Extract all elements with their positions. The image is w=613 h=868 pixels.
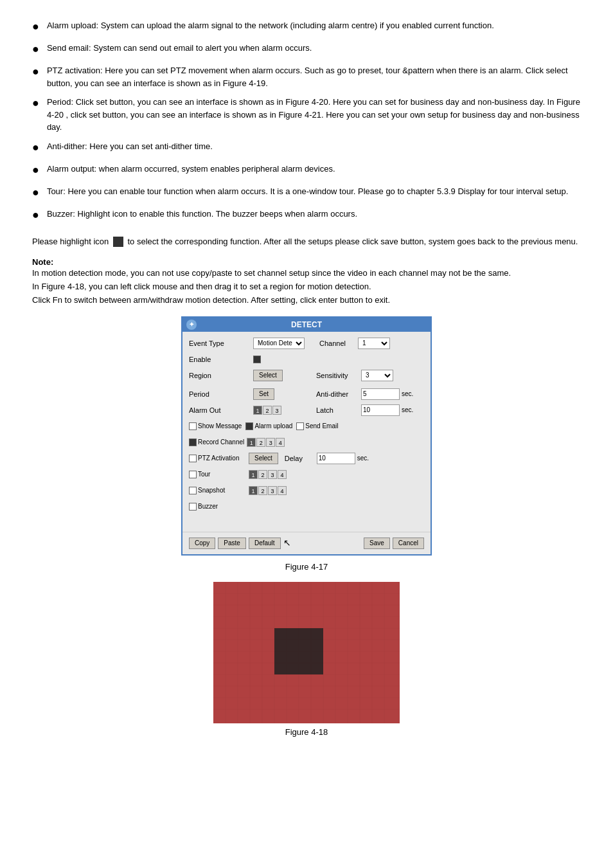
alarm-out-num-2[interactable]: 2 bbox=[263, 406, 272, 415]
sensitivity-select[interactable]: 3 bbox=[361, 370, 393, 381]
record-num-1[interactable]: 1 bbox=[247, 438, 256, 447]
region-select-button[interactable]: Select bbox=[253, 370, 283, 381]
event-type-label: Event Type bbox=[189, 339, 253, 347]
buzzer-row: Buzzer bbox=[189, 500, 424, 513]
list-item-buzzer: ● Buzzer: Highlight icon to enable this … bbox=[32, 208, 581, 224]
enable-label: Enable bbox=[189, 356, 253, 363]
record-num-4[interactable]: 4 bbox=[276, 438, 285, 447]
alarm-output-text: Alarm output: when alarm occurred, syste… bbox=[47, 163, 335, 176]
save-button[interactable]: Save bbox=[364, 538, 390, 549]
channel-label: Channel bbox=[319, 339, 358, 347]
ptz-select-button[interactable]: Select bbox=[249, 453, 278, 464]
bullet-dot: ● bbox=[32, 95, 39, 112]
default-button[interactable]: Default bbox=[249, 538, 281, 549]
anti-dither-input[interactable] bbox=[361, 388, 400, 400]
record-num-2[interactable]: 2 bbox=[256, 438, 265, 447]
anti-dither-unit: sec. bbox=[402, 390, 413, 397]
event-type-select[interactable]: Motion Detect bbox=[253, 338, 305, 349]
cursor-icon[interactable]: ↖ bbox=[283, 538, 291, 549]
delay-control: sec. bbox=[317, 453, 424, 464]
period-text: Period: Click set button, you can see an… bbox=[47, 96, 581, 134]
paste-button[interactable]: Paste bbox=[218, 538, 246, 549]
list-item-tour: ● Tour: Here you can enable tour functio… bbox=[32, 185, 581, 201]
svg-rect-25 bbox=[274, 628, 323, 674]
alarm-out-label: Alarm Out bbox=[189, 406, 253, 414]
snapshot-checkbox[interactable] bbox=[189, 487, 197, 494]
ptz-label: PTZ Activation bbox=[198, 455, 246, 462]
snapshot-num-1[interactable]: 1 bbox=[249, 486, 258, 495]
bullet-dot: ● bbox=[32, 63, 39, 80]
snapshot-num-3[interactable]: 3 bbox=[268, 486, 277, 495]
bullet-list: ● Alarm upload: System can upload the al… bbox=[32, 19, 581, 224]
latch-control: sec. bbox=[361, 404, 424, 416]
tour-num-2[interactable]: 2 bbox=[258, 470, 267, 479]
detect-titlebar: ✦ DETECT bbox=[182, 318, 431, 332]
enable-checkbox[interactable] bbox=[253, 356, 261, 363]
region-label: Region bbox=[189, 372, 253, 379]
latch-label: Latch bbox=[316, 406, 361, 414]
motion-grid-container bbox=[32, 582, 581, 723]
snapshot-row: Snapshot 1 2 3 4 bbox=[189, 484, 424, 497]
ptz-checkbox[interactable] bbox=[189, 455, 197, 462]
footer-right-buttons: Save Cancel bbox=[364, 538, 424, 549]
list-item-anti-dither: ● Anti-dither: Here you can set anti-dit… bbox=[32, 140, 581, 156]
send-email-label: Send Email bbox=[305, 422, 338, 429]
show-message-checkbox[interactable] bbox=[189, 422, 197, 430]
alarm-out-num-1[interactable]: 1 bbox=[253, 406, 262, 415]
latch-input[interactable] bbox=[361, 404, 400, 416]
copy-button[interactable]: Copy bbox=[189, 538, 215, 549]
record-channel-label: Record Channel bbox=[198, 439, 244, 446]
snapshot-label: Snapshot bbox=[198, 487, 246, 494]
event-type-row: Event Type Motion Detect Channel 1 bbox=[189, 337, 424, 350]
highlight-paragraph: Please highlight icon to select the corr… bbox=[32, 235, 581, 249]
period-set-button[interactable]: Set bbox=[253, 388, 274, 400]
bullet-dot: ● bbox=[32, 161, 39, 179]
sensitivity-control[interactable]: 3 bbox=[361, 370, 424, 381]
record-channel-checkbox[interactable] bbox=[189, 439, 197, 446]
detect-body: Event Type Motion Detect Channel 1 Enabl… bbox=[182, 332, 431, 528]
tour-text: Tour: Here you can enable tour function … bbox=[47, 185, 569, 198]
period-control[interactable]: Set bbox=[253, 388, 316, 400]
tour-num-4[interactable]: 4 bbox=[278, 470, 287, 479]
send-email-checkbox[interactable] bbox=[296, 422, 304, 430]
bullet-dot: ● bbox=[32, 18, 39, 35]
note-label: Note: bbox=[32, 257, 581, 267]
channel-control[interactable]: 1 bbox=[358, 338, 424, 349]
tour-label: Tour bbox=[198, 471, 246, 478]
record-num-3[interactable]: 3 bbox=[266, 438, 275, 447]
note-line-3: Click Fn to switch between arm/withdraw … bbox=[32, 294, 581, 307]
snapshot-num-4[interactable]: 4 bbox=[278, 486, 287, 495]
note-line-1: In motion detection mode, you can not us… bbox=[32, 267, 581, 280]
tour-num-1[interactable]: 1 bbox=[249, 470, 258, 479]
show-message-row: Show Message Alarm upload Send Email bbox=[189, 420, 424, 433]
cancel-button[interactable]: Cancel bbox=[393, 538, 424, 549]
alarm-upload-text: Alarm upload: System can upload the alar… bbox=[47, 19, 494, 32]
anti-dither-text: Anti-dither: Here you can set anti-dithe… bbox=[47, 140, 213, 153]
delay-label: Delay bbox=[285, 455, 317, 462]
buzzer-checkbox[interactable] bbox=[189, 503, 197, 511]
figure18-label: Figure 4-18 bbox=[32, 727, 581, 737]
detect-dialog: ✦ DETECT Event Type Motion Detect Channe… bbox=[181, 316, 432, 556]
bullet-dot: ● bbox=[32, 206, 39, 224]
tour-row: Tour 1 2 3 4 bbox=[189, 468, 424, 481]
snapshot-num-2[interactable]: 2 bbox=[258, 486, 267, 495]
alarm-upload-checkbox[interactable] bbox=[245, 422, 253, 430]
buzzer-text: Buzzer: Highlight icon to enable this fu… bbox=[47, 208, 357, 221]
send-email-text: Send email: System can send out email to… bbox=[47, 42, 312, 55]
anti-dither-label: Anti-dither bbox=[316, 390, 361, 398]
alarm-out-num-3[interactable]: 3 bbox=[272, 406, 281, 415]
latch-unit: sec. bbox=[402, 406, 413, 413]
alarm-out-control: 1 2 3 bbox=[253, 406, 316, 415]
highlight-text-before: Please highlight icon bbox=[32, 237, 109, 246]
ptz-text: PTZ activation: Here you can set PTZ mov… bbox=[47, 64, 581, 89]
region-control[interactable]: Select bbox=[253, 370, 316, 381]
event-type-control[interactable]: Motion Detect bbox=[253, 338, 319, 349]
channel-select[interactable]: 1 bbox=[358, 338, 390, 349]
delay-unit: sec. bbox=[357, 455, 369, 462]
tour-checkbox[interactable] bbox=[189, 471, 197, 478]
figure17-label: Figure 4-17 bbox=[32, 562, 581, 572]
delay-input[interactable] bbox=[317, 453, 355, 464]
enable-row: Enable bbox=[189, 353, 424, 366]
grid-svg bbox=[213, 582, 400, 723]
tour-num-3[interactable]: 3 bbox=[268, 470, 277, 479]
